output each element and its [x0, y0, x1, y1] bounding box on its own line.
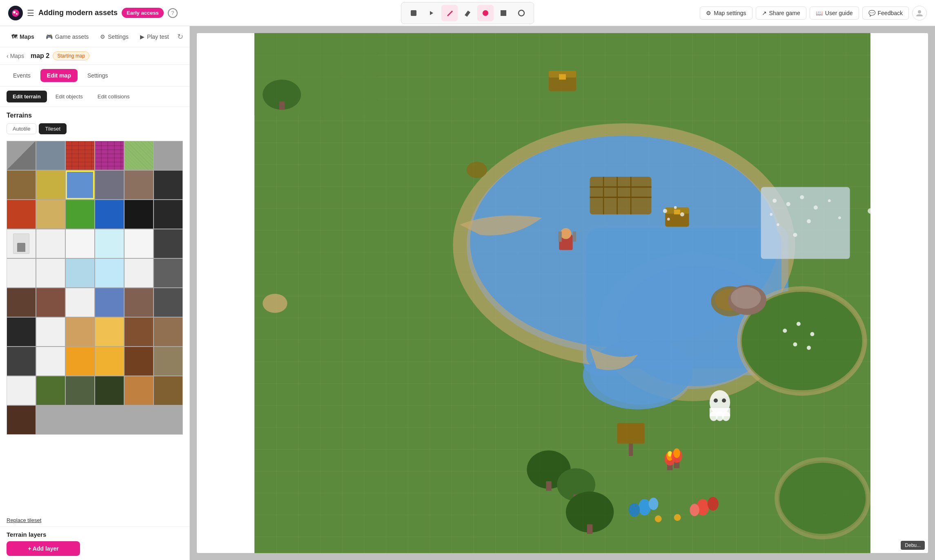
tab-events[interactable]: Events [7, 69, 37, 82]
tab-edit-objects[interactable]: Edit objects [49, 91, 89, 102]
tile-cell[interactable] [95, 288, 124, 317]
tile-cell[interactable] [125, 376, 153, 405]
fill-tool-button[interactable] [513, 5, 530, 21]
sidebar-item-maps[interactable]: 🗺 Maps [7, 30, 39, 43]
tile-cell[interactable] [125, 288, 153, 317]
tile-cell[interactable] [7, 229, 36, 258]
tile-cell[interactable] [95, 229, 124, 258]
tile-cell[interactable] [36, 200, 65, 229]
debug-button[interactable]: Debu... [901, 541, 925, 550]
tile-cell[interactable] [66, 141, 94, 170]
tile-cell[interactable] [7, 288, 36, 317]
tab-settings[interactable]: Settings [81, 69, 115, 82]
tile-cell[interactable] [95, 141, 124, 170]
tile-cell-selected[interactable] [66, 171, 94, 199]
eraser-tool-button[interactable] [459, 5, 476, 21]
sidebar-item-settings[interactable]: ⚙ Settings [95, 30, 134, 43]
tileset-container[interactable] [0, 141, 189, 514]
autotile-tab[interactable]: Autotile [7, 123, 36, 134]
tile-cell[interactable] [125, 259, 153, 287]
tile-cell[interactable] [7, 259, 36, 287]
tileset-tab[interactable]: Tileset [39, 123, 67, 134]
tile-cell[interactable] [154, 141, 183, 170]
tile-cell[interactable] [66, 347, 94, 376]
svg-point-49 [885, 209, 890, 215]
breadcrumb-maps-link[interactable]: ‹ Maps [7, 53, 24, 59]
tile-cell[interactable] [66, 200, 94, 229]
tile-cell[interactable] [95, 259, 124, 287]
tile-cell[interactable] [36, 259, 65, 287]
share-game-button[interactable]: ↗ Share game [756, 7, 806, 20]
tile-cell[interactable] [125, 318, 153, 346]
assets-icon: 🎮 [46, 33, 53, 40]
tile-cell[interactable] [7, 376, 36, 405]
svg-point-48 [877, 202, 881, 206]
svg-point-8 [918, 10, 921, 13]
tile-cell[interactable] [125, 229, 153, 258]
svg-point-50 [874, 216, 878, 220]
tile-cell[interactable] [36, 376, 65, 405]
tile-cell[interactable] [7, 347, 36, 376]
tile-cell[interactable] [7, 171, 36, 199]
tile-cell[interactable] [66, 376, 94, 405]
circle-pink-tool-button[interactable] [477, 5, 494, 21]
tile-cell[interactable] [95, 376, 124, 405]
pencil-tool-button[interactable] [441, 5, 458, 21]
tile-cell[interactable] [125, 141, 153, 170]
tile-cell[interactable] [125, 200, 153, 229]
help-icon[interactable]: ? [168, 8, 178, 18]
tile-cell[interactable] [154, 171, 183, 199]
user-guide-button[interactable]: 📖 User guide [810, 7, 859, 20]
sidebar-item-play-test[interactable]: ▶ Play test [135, 30, 174, 43]
tile-cell[interactable] [36, 229, 65, 258]
feedback-button[interactable]: 💬 Feedback [862, 7, 909, 20]
tile-cell[interactable] [95, 171, 124, 199]
tile-cell[interactable] [36, 171, 65, 199]
tile-cell[interactable] [66, 259, 94, 287]
tile-cell[interactable] [36, 347, 65, 376]
replace-tileset-link[interactable]: Replace tileset [0, 514, 189, 527]
tile-cell[interactable] [125, 171, 153, 199]
tile-cell[interactable] [95, 347, 124, 376]
tile-cell[interactable] [36, 318, 65, 346]
tile-cell[interactable] [95, 318, 124, 346]
tab-edit-collisions[interactable]: Edit collisions [91, 91, 136, 102]
app-logo[interactable] [8, 6, 23, 20]
hand-tool-button[interactable] [405, 5, 422, 21]
tile-cell[interactable] [66, 318, 94, 346]
breadcrumb: ‹ Maps map 2 Starting map [0, 47, 189, 65]
tile-cell[interactable] [7, 200, 36, 229]
tile-cell[interactable] [154, 376, 183, 405]
refresh-button[interactable]: ↻ [176, 31, 185, 43]
tab-edit-terrain[interactable]: Edit terrain [7, 91, 47, 102]
arrow-tool-button[interactable] [423, 5, 440, 21]
tile-cell[interactable] [7, 406, 36, 434]
feedback-icon: 💬 [868, 10, 875, 16]
add-terrain-layer-button[interactable]: + Add layer [7, 541, 80, 556]
tile-cell[interactable] [154, 288, 183, 317]
sidebar-item-game-assets[interactable]: 🎮 Game assets [41, 30, 94, 43]
terrain-layers-title: Terrain layers [7, 531, 183, 538]
tile-cell[interactable] [66, 229, 94, 258]
map-settings-button[interactable]: ⚙ Map settings [700, 7, 752, 20]
tile-cell[interactable] [7, 318, 36, 346]
tile-cell[interactable] [154, 347, 183, 376]
svg-point-1 [13, 11, 16, 13]
menu-icon[interactable]: ☰ [27, 8, 34, 18]
tile-cell[interactable] [154, 259, 183, 287]
tile-cell[interactable] [154, 318, 183, 346]
map-canvas[interactable] [197, 33, 928, 553]
user-avatar-button[interactable] [912, 6, 927, 20]
tile-cell[interactable] [66, 288, 94, 317]
early-access-badge: Early access [122, 8, 164, 18]
tab-edit-map[interactable]: Edit map [40, 69, 78, 82]
tile-cell[interactable] [7, 141, 36, 170]
mode-tabs: Edit terrain Edit objects Edit collision… [0, 87, 189, 107]
tile-cell[interactable] [36, 141, 65, 170]
tile-cell[interactable] [36, 288, 65, 317]
square-tool-button[interactable] [495, 5, 512, 21]
tile-cell[interactable] [154, 200, 183, 229]
tile-cell[interactable] [154, 229, 183, 258]
tile-cell[interactable] [125, 347, 153, 376]
tile-cell[interactable] [95, 200, 124, 229]
